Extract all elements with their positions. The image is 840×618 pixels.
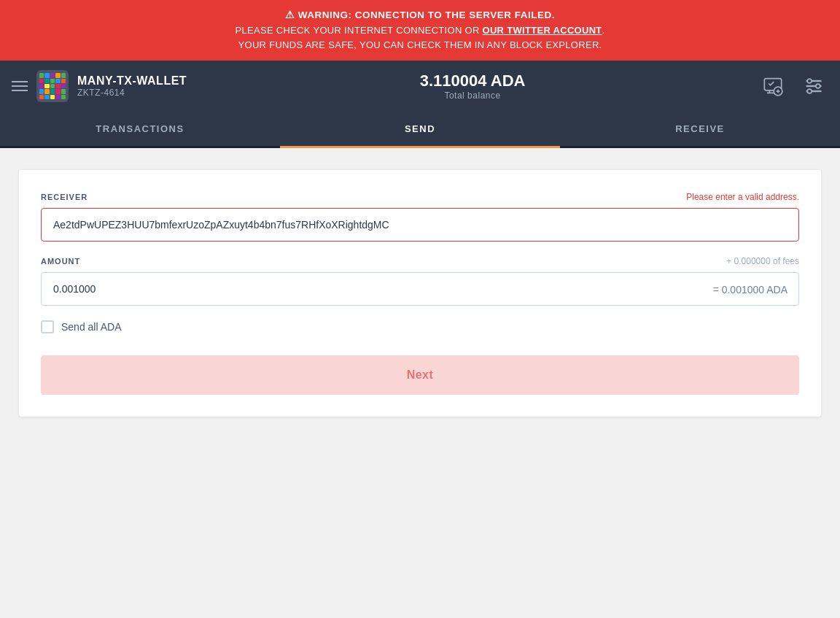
receiver-error: Please enter a valid address.: [686, 192, 799, 202]
header-right: [758, 72, 828, 101]
wallet-info: MANY-TX-WALLET ZKTZ-4614: [77, 74, 187, 98]
twitter-link[interactable]: OUR TWITTER ACCOUNT: [483, 25, 602, 36]
send-all-label[interactable]: Send all ADA: [61, 321, 122, 333]
wallet-id: ZKTZ-4614: [77, 88, 187, 98]
tab-send[interactable]: SEND: [280, 112, 560, 148]
send-receive-icon[interactable]: [758, 72, 788, 101]
settings-icon[interactable]: [799, 72, 828, 101]
warning-title: ⚠ WARNING: CONNECTION TO THE SERVER FAIL…: [15, 7, 825, 23]
receiver-field-group: RECEIVER Please enter a valid address.: [41, 192, 799, 242]
amount-field-group: AMOUNT + 0.000000 of fees = 0.001000 ADA: [41, 256, 799, 306]
svg-point-7: [807, 89, 812, 93]
send-card: RECEIVER Please enter a valid address. A…: [19, 170, 821, 417]
receiver-input[interactable]: [41, 208, 799, 242]
send-all-checkbox[interactable]: [41, 320, 54, 333]
tab-receive[interactable]: RECEIVE: [560, 112, 840, 148]
warning-line3: YOUR FUNDS ARE SAFE, YOU CAN CHECK THEM …: [15, 38, 825, 53]
header: MANY-TX-WALLET ZKTZ-4614 3.110004 ADA To…: [0, 61, 840, 112]
warning-line2: PLEASE CHECK YOUR INTERNET CONNECTION OR…: [15, 23, 825, 39]
wallet-name: MANY-TX-WALLET: [77, 74, 187, 88]
header-center: 3.110004 ADA Total balance: [420, 72, 526, 101]
balance-label: Total balance: [444, 90, 500, 101]
tab-transactions[interactable]: TRANSACTIONS: [0, 112, 280, 148]
receiver-label: RECEIVER: [41, 193, 88, 201]
amount-wrapper: = 0.001000 ADA: [41, 272, 799, 306]
wallet-avatar: [36, 70, 69, 102]
menu-icon[interactable]: [12, 81, 28, 91]
tabs: TRANSACTIONS SEND RECEIVE: [0, 112, 840, 148]
balance-amount: 3.110004 ADA: [420, 72, 526, 90]
svg-point-5: [807, 79, 812, 83]
svg-point-6: [816, 84, 820, 88]
header-left: MANY-TX-WALLET ZKTZ-4614: [12, 70, 187, 102]
main-content: RECEIVER Please enter a valid address. A…: [0, 148, 840, 439]
receiver-field-header: RECEIVER Please enter a valid address.: [41, 192, 799, 202]
amount-conversion: = 0.001000 ADA: [713, 284, 788, 296]
amount-field-header: AMOUNT + 0.000000 of fees: [41, 256, 799, 266]
next-button[interactable]: Next: [41, 355, 799, 395]
amount-label: AMOUNT: [41, 257, 80, 266]
warning-banner: ⚠ WARNING: CONNECTION TO THE SERVER FAIL…: [0, 0, 840, 61]
amount-input[interactable]: [41, 272, 799, 306]
amount-fees: + 0.000000 of fees: [726, 256, 799, 266]
send-all-row: Send all ADA: [41, 320, 799, 333]
